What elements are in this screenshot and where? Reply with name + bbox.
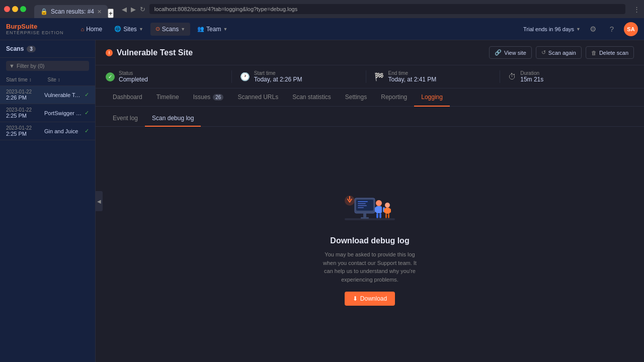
tab-logging[interactable]: Logging (414, 88, 450, 107)
col-start-time-header[interactable]: Start time ↕ (6, 77, 48, 82)
sidebar-table-header: Start time ↕ Site ↕ (0, 74, 95, 86)
trial-badge[interactable]: Trial ends in 96 days ▼ (523, 26, 581, 32)
team-chevron-icon: ▼ (223, 27, 227, 32)
row-2-time-val: 2:25 PM (6, 131, 44, 137)
nav-right: Trial ends in 96 days ▼ ⚙ ? SA (523, 22, 638, 36)
col-site-header[interactable]: Site ↕ (48, 77, 90, 82)
download-label: Download (360, 295, 387, 302)
active-browser-tab[interactable]: 🔒 Scan results: #4 ✕ (34, 5, 108, 18)
sub-tabs: Event log Scan debug log (96, 107, 644, 127)
tab-issues[interactable]: Issues 26 (186, 88, 231, 107)
top-nav: BurpSuite Enterprise Edition ⌂ Home 🌐 Si… (0, 18, 644, 40)
svg-rect-14 (379, 213, 381, 218)
filter-area: ▼ Filter by (0) (0, 58, 95, 74)
download-debug-log-button[interactable]: ⬇ Download (345, 292, 395, 306)
nav-controls: ◀ ▶ ↻ (122, 6, 145, 13)
svg-rect-6 (358, 207, 364, 208)
filter-button[interactable]: ▼ Filter by (0) (6, 61, 89, 71)
main-tabs: Dashboard Timeline Issues 26 Scanned URL… (96, 88, 644, 107)
window-max-btn[interactable] (20, 6, 26, 12)
sidebar-title-text: Scans (6, 45, 24, 52)
header-actions: 🔗 View site ↺ Scan again 🗑 Delete scan (489, 46, 634, 59)
scan-again-button[interactable]: ↺ Scan again (536, 46, 582, 59)
sidebar-header: Scans 3 (0, 40, 95, 58)
sidebar-toggle-btn[interactable]: ◀ (96, 191, 103, 211)
tab-favicon: 🔒 (40, 8, 48, 15)
nav-items: ⌂ Home 🌐 Sites ▼ ⊙ Scans ▼ 👥 Team ▼ (76, 23, 523, 36)
svg-rect-3 (358, 201, 368, 202)
row-2-site: Gin and Juice (44, 128, 83, 134)
browser-menu-btn[interactable]: ⋮ (633, 6, 640, 13)
svg-rect-17 (384, 209, 385, 213)
stat-duration-text: Duration 15m 21s (520, 70, 543, 83)
status-check-icon: ✓ (106, 72, 115, 81)
sidebar-row-2[interactable]: 2023-01-22 2:25 PM Gin and Juice ✓ (0, 122, 95, 140)
user-avatar[interactable]: SA (624, 22, 638, 36)
forward-btn[interactable]: ▶ (131, 6, 136, 13)
debug-log-title: Download debug log (330, 236, 409, 245)
svg-rect-19 (385, 214, 387, 218)
view-site-button[interactable]: 🔗 View site (489, 46, 532, 59)
nav-team[interactable]: 👥 Team ▼ (192, 23, 232, 36)
scan-again-label: Scan again (548, 50, 576, 56)
delete-scan-button[interactable]: 🗑 Delete scan (586, 46, 634, 59)
address-bar[interactable]: localhost:8082/scans/4?tab=logging&log?t… (149, 4, 625, 14)
nav-sites-label: Sites (123, 26, 137, 33)
delete-scan-icon: 🗑 (591, 50, 597, 56)
start-time-clock-icon: 🕐 (240, 72, 250, 81)
filter-label: Filter by (0) (17, 63, 45, 69)
sidebar-row-1[interactable]: 2023-01-22 2:25 PM PortSwigger L... ✓ (0, 104, 95, 122)
new-tab-btn[interactable]: + (108, 9, 114, 18)
stat-status-text: Status Completed (119, 70, 148, 83)
page-header: Vulnerable Test Site 🔗 View site ↺ Scan … (96, 40, 644, 65)
tab-scan-statistics[interactable]: Scan statistics (285, 88, 338, 107)
logo-sub: Enterprise Edition (6, 30, 64, 35)
stat-end-time-label: End time (388, 70, 437, 76)
nav-home[interactable]: ⌂ Home (76, 23, 108, 36)
scan-stats-bar: ✓ Status Completed 🕐 Start time Today, a… (96, 65, 644, 88)
stat-end-time-value: Today, at 2:41 PM (388, 76, 437, 83)
nav-scans[interactable]: ⊙ Scans ▼ (150, 23, 190, 36)
page-title-row: Vulnerable Test Site (106, 48, 193, 57)
window-close-btn[interactable] (4, 6, 10, 12)
nav-home-label: Home (86, 26, 102, 33)
svg-rect-5 (358, 205, 367, 206)
row-0-date: 2023-01-22 (6, 89, 44, 95)
settings-icon[interactable]: ⚙ (586, 22, 600, 36)
sidebar-row-0[interactable]: 2023-01-22 2:26 PM Vulnerable Tes... ✓ (0, 86, 95, 104)
tab-close-btn[interactable]: ✕ (97, 9, 102, 15)
nav-sites[interactable]: 🌐 Sites ▼ (109, 23, 148, 36)
tab-scanned-urls[interactable]: Scanned URLs (230, 88, 285, 107)
svg-rect-22 (349, 196, 350, 200)
tab-reporting[interactable]: Reporting (374, 88, 414, 107)
app: BurpSuite Enterprise Edition ⌂ Home 🌐 Si… (0, 18, 644, 362)
row-1-date: 2023-01-22 (6, 107, 44, 113)
refresh-btn[interactable]: ↻ (140, 6, 145, 13)
tab-dashboard[interactable]: Dashboard (106, 88, 149, 107)
logo: BurpSuite Enterprise Edition (6, 23, 64, 35)
stat-status: ✓ Status Completed (106, 70, 232, 83)
sub-tab-event-log[interactable]: Event log (106, 111, 145, 127)
sub-tab-scan-debug-log[interactable]: Scan debug log (145, 111, 201, 127)
trial-chevron-icon: ▼ (576, 27, 581, 32)
help-icon[interactable]: ? (605, 22, 619, 36)
tab-dashboard-label: Dashboard (113, 94, 142, 101)
row-2-time: 2023-01-22 2:25 PM (6, 125, 44, 137)
sidebar-title: Scans 3 (6, 45, 36, 52)
row-2-check-icon: ✓ (85, 128, 89, 134)
tab-timeline[interactable]: Timeline (149, 88, 186, 107)
tab-logging-label: Logging (421, 94, 443, 101)
row-2-date: 2023-01-22 (6, 125, 44, 131)
row-1-site: PortSwigger L... (44, 110, 83, 116)
scan-again-icon: ↺ (541, 49, 546, 56)
stat-end-time: 🏁 End time Today, at 2:41 PM (366, 70, 501, 83)
back-btn[interactable]: ◀ (122, 6, 127, 13)
sort-icon: ↕ (29, 77, 32, 82)
svg-rect-4 (358, 203, 366, 204)
tab-settings[interactable]: Settings (338, 88, 374, 107)
sub-tab-event-log-label: Event log (113, 115, 138, 122)
window-min-btn[interactable] (12, 6, 18, 12)
view-site-label: View site (504, 50, 526, 56)
row-0-check-icon: ✓ (85, 92, 89, 98)
page-title: Vulnerable Test Site (117, 48, 193, 57)
